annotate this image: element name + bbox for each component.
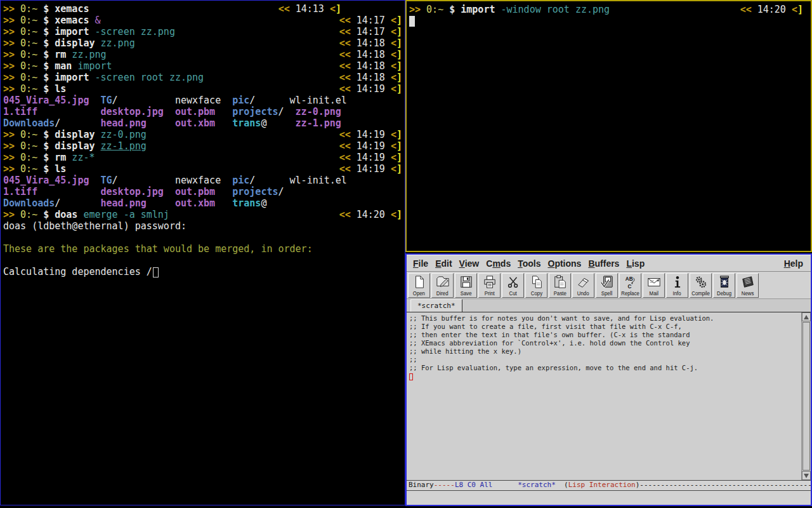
text-segment: L8 C0 All	[455, 481, 493, 490]
menu-bar: FileEditViewCmdsToolsOptionsBuffersLispH…	[407, 255, 811, 272]
text-segment: 14:18	[351, 60, 391, 72]
text-segment: /	[55, 117, 60, 129]
spell-button[interactable]: Spell	[596, 273, 618, 298]
undo-button[interactable]: Undo	[572, 273, 594, 298]
text-segment: <<	[339, 83, 351, 95]
text-segment: )	[636, 481, 640, 490]
text-segment: 14:19	[351, 152, 391, 163]
text-segment: ----------------------------------------…	[639, 481, 811, 490]
terminal-line: 045_Vira_45.jpg TG/ newxface pic/ wl-ini…	[3, 95, 402, 106]
terminal-line: Downloads/ head.png out.xbm trans@	[3, 197, 402, 209]
dired-button[interactable]: Dired	[431, 273, 454, 298]
text-segment: ]	[797, 4, 803, 15]
right-terminal-window[interactable]: >> 0:~ $ import -window root zz.png<< 14…	[405, 0, 812, 252]
text-segment: <	[391, 49, 396, 60]
text-segment: doas (ldbeth@ethernal) password:	[3, 220, 187, 232]
menu-options[interactable]: Options	[547, 258, 581, 269]
scrollbar[interactable]	[801, 312, 811, 480]
paste-icon	[553, 274, 567, 290]
cut-button[interactable]: Cut	[502, 273, 524, 298]
text-segment	[215, 186, 232, 197]
text-segment: $	[449, 4, 461, 15]
text-segment: ]	[396, 163, 402, 175]
text-segment: 14:18	[351, 49, 391, 60]
menu-edit[interactable]: Edit	[435, 258, 452, 269]
text-segment: head.png	[101, 197, 147, 209]
text-segment	[89, 175, 100, 186]
toolbar-button-label: Dired	[436, 290, 449, 297]
text-segment: $	[43, 140, 55, 152]
text-segment: 1.tiff	[3, 186, 37, 197]
terminal-line: doas (ldbeth@ethernal) password:	[3, 220, 402, 232]
menu-help[interactable]: Help	[784, 258, 803, 269]
toolbar-button-label: Paste	[553, 290, 566, 297]
menu-tools[interactable]: Tools	[518, 258, 540, 269]
timestamp: << 14:18 <]	[339, 60, 402, 72]
text-segment	[492, 481, 518, 490]
print-button[interactable]: Print	[478, 273, 501, 298]
text-segment: >>	[409, 4, 426, 15]
text-segment: out.pbm	[175, 186, 215, 197]
scrollbar-thumb[interactable]	[802, 322, 810, 471]
news-button[interactable]: News	[737, 273, 759, 298]
timestamp: << 14:20 <]	[740, 4, 803, 15]
text-segment: 14:17	[351, 15, 391, 26]
text-segment: rm	[55, 152, 66, 163]
buffer-text: ;; This buffer is for notes you don't wa…	[407, 312, 811, 380]
scrollbar-down-arrow-icon[interactable]	[802, 471, 811, 480]
menu-buffers[interactable]: Buffers	[588, 258, 619, 269]
text-segment: head.png	[101, 117, 147, 129]
tab-scratch[interactable]: *scratch*	[410, 299, 462, 312]
desktop: >> 0:~ $ xemacs<< 14:13 <]>> 0:~ $ xemac…	[0, 0, 812, 508]
text-segment: 0:~	[20, 163, 43, 175]
open-button[interactable]: Open	[408, 273, 430, 298]
paste-button[interactable]: Paste	[549, 273, 571, 298]
text-segment: $	[43, 60, 55, 72]
menu-view[interactable]: View	[459, 258, 480, 269]
timestamp: << 14:18 <]	[339, 72, 402, 83]
text-segment: ]	[396, 83, 402, 95]
text-segment: wl-init.el	[290, 95, 347, 106]
text-segment: 0:~	[20, 3, 43, 15]
toolbar-button-label: Replace	[621, 290, 639, 297]
text-segment	[95, 140, 101, 152]
buffer-area[interactable]: ;; This buffer is for notes you don't wa…	[407, 312, 811, 480]
mail-button[interactable]: Mail	[643, 273, 665, 298]
text-segment: $	[43, 152, 55, 163]
terminal-line: >> 0:~ $ ls<< 14:19 <]	[3, 163, 402, 175]
cut-icon	[506, 274, 520, 290]
text-segment: @	[261, 197, 266, 209]
text-segment: xemacs	[55, 15, 89, 26]
toolbar-button-label: Undo	[577, 290, 589, 297]
text-segment: (	[564, 481, 568, 490]
info-button[interactable]: Info	[666, 273, 688, 298]
copy-button[interactable]: Copy	[525, 273, 547, 298]
text-segment: <<	[339, 26, 351, 37]
text-segment: out.pbm	[175, 106, 215, 117]
buffer-line: ;; If you want to create a file, first v…	[409, 323, 799, 331]
text-segment: /	[55, 197, 60, 209]
text-segment: -----	[434, 481, 455, 490]
toolbar-button-label: Open	[413, 290, 425, 297]
text-segment: out.xbm	[175, 117, 215, 129]
terminal-line: 1.tiff desktop.jpg out.pbm projects/ zz-…	[3, 106, 402, 117]
scrollbar-up-arrow-icon[interactable]	[802, 312, 811, 321]
replace-button[interactable]: ABCReplace	[619, 273, 641, 298]
buffer-line: ;; then enter the text in that file's ow…	[409, 331, 799, 339]
text-segment: >>	[3, 209, 20, 220]
menu-lisp[interactable]: Lisp	[626, 258, 645, 269]
menu-file[interactable]: File	[413, 258, 428, 269]
compile-button[interactable]: Compile	[690, 273, 712, 298]
text-segment: 14:17	[351, 26, 391, 37]
menu-cmds[interactable]: Cmds	[486, 258, 511, 269]
terminal-line: >> 0:~ $ xemacs &<< 14:17 <]	[3, 15, 402, 26]
debug-button[interactable]: Debug	[713, 273, 735, 298]
left-terminal-window[interactable]: >> 0:~ $ xemacs<< 14:13 <]>> 0:~ $ xemac…	[0, 0, 405, 505]
text-segment: wl-init.el	[290, 175, 347, 186]
text-segment: import	[72, 60, 112, 72]
text-segment	[215, 106, 232, 117]
text-segment: <	[330, 3, 336, 15]
text-segment: <<	[278, 3, 290, 15]
text-segment: /	[278, 186, 284, 197]
save-button[interactable]: Save	[455, 273, 477, 298]
